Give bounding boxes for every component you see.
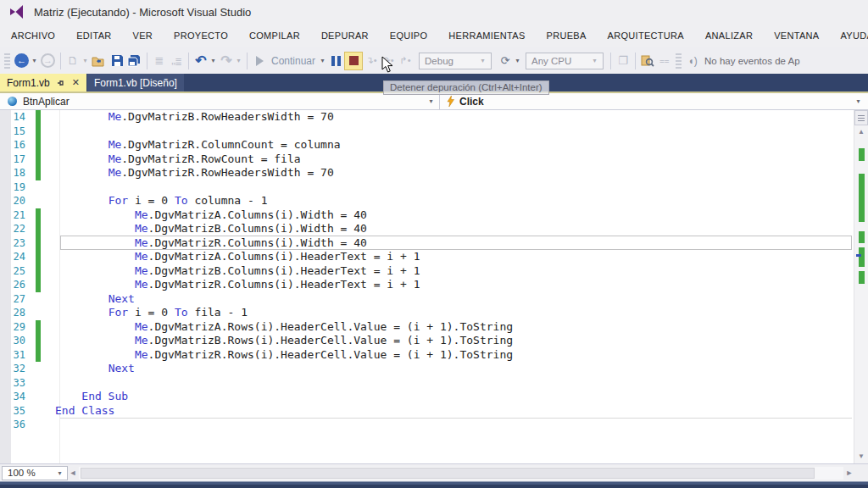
code-line[interactable]: 20 For i = 0 To columna - 1 [0, 194, 854, 208]
save-all-icon[interactable] [125, 51, 143, 71]
code-line[interactable]: 26 Me.DgvMatrizR.Columns(i).HeaderText =… [0, 278, 854, 292]
line-number[interactable]: 33 [0, 377, 36, 389]
open-file-icon[interactable] [90, 51, 108, 71]
line-number[interactable]: 24 [0, 251, 36, 263]
code-line[interactable]: 30 Me.DgvMatrizB.Rows(i).HeaderCell.Valu… [0, 334, 854, 348]
menu-item-prueba[interactable]: PRUEBA [547, 30, 587, 41]
code-line[interactable]: 33 [0, 376, 854, 391]
code-line[interactable]: 24 Me.DgvMatrizA.Columns(i).HeaderText =… [0, 250, 854, 264]
event-combo[interactable]: Click ▾ [440, 93, 868, 109]
code-editor[interactable]: 14 Me.DgvMatrizB.RowHeadersWidth = 70151… [0, 110, 854, 463]
object-combo-caret[interactable]: ▾ [427, 97, 435, 105]
line-number[interactable]: 19 [0, 181, 36, 193]
code-line[interactable]: 36 [0, 418, 854, 432]
menu-item-equipo[interactable]: EQUIPO [390, 30, 428, 41]
line-number[interactable]: 15 [0, 125, 36, 137]
menu-item-herramientas[interactable]: HERRAMIENTAS [448, 30, 525, 41]
code-line[interactable]: 18 Me.DgvMatrizR.RowHeadersWidth = 70 [0, 166, 854, 180]
scroll-right-arrow[interactable]: ► [844, 469, 854, 477]
close-icon[interactable]: ✕ [72, 77, 80, 88]
tab-form1-vb[interactable]: Form1.vb✕ [0, 74, 86, 92]
navigate-back-button[interactable]: ← [13, 51, 31, 71]
step-into-icon[interactable]: ↴• [363, 51, 380, 71]
refresh-button[interactable]: ⟳ [497, 51, 514, 71]
toolbar-grip[interactable] [4, 53, 10, 69]
menu-item-analizar[interactable]: ANALIZAR [705, 30, 753, 41]
line-number[interactable]: 22 [0, 223, 36, 235]
line-number[interactable]: 30 [0, 335, 36, 347]
redo-dropdown[interactable]: ▾ [235, 57, 242, 64]
undo-button[interactable]: ↶ [192, 51, 209, 71]
vertical-scrollbar[interactable]: ▲ ▼ [854, 110, 868, 463]
tab-form1-vb-dise-o-[interactable]: Form1.vb [Diseño] [87, 74, 184, 92]
line-number[interactable]: 36 [0, 419, 36, 430]
menu-item-archivo[interactable]: ARCHIVO [11, 30, 55, 41]
line-number[interactable]: 25 [0, 265, 36, 277]
outdent-icon[interactable]: ≣ [151, 51, 168, 71]
code-line[interactable]: 15 [0, 125, 854, 139]
menu-item-proyecto[interactable]: PROYECTO [174, 30, 228, 41]
pending-changes-icon[interactable]: ⩵ [656, 51, 673, 71]
code-line[interactable]: 22 Me.DgvMatrizB.Columns(i).Width = 40 [0, 222, 854, 236]
line-number[interactable]: 23 [0, 237, 36, 249]
menu-item-depurar[interactable]: DEPURAR [321, 30, 369, 41]
line-number[interactable]: 26 [0, 279, 36, 291]
navigate-forward-button[interactable]: → [39, 51, 57, 71]
code-line[interactable]: 35End Class [0, 404, 854, 419]
scrollbar-splitter[interactable] [854, 110, 868, 125]
platform-combo[interactable]: Any CPU ▾ [526, 53, 604, 69]
continue-play-icon[interactable] [251, 51, 268, 71]
scroll-left-arrow[interactable]: ◄ [68, 469, 78, 477]
continue-dropdown[interactable]: ▾ [319, 57, 326, 64]
line-number[interactable]: 32 [0, 363, 36, 374]
code-line[interactable]: 19 [0, 180, 854, 195]
step-out-icon[interactable]: ↱• [397, 51, 414, 71]
save-icon[interactable] [108, 51, 125, 71]
menu-item-compilar[interactable]: COMPILAR [249, 30, 300, 41]
code-line[interactable]: 28 For i = 0 To fila - 1 [0, 306, 854, 320]
zoom-combo-caret[interactable]: ▾ [56, 469, 64, 477]
menu-item-ver[interactable]: VER [133, 30, 153, 41]
indent-icon[interactable]: ⹂≣ [168, 51, 185, 71]
menu-item-editar[interactable]: EDITAR [76, 30, 111, 41]
new-file-icon[interactable]: 🗋 [64, 51, 81, 71]
line-number[interactable]: 21 [0, 209, 36, 221]
line-number[interactable]: 29 [0, 321, 36, 333]
line-number[interactable]: 31 [0, 349, 36, 361]
find-window-icon[interactable]: ❐ [615, 51, 632, 71]
line-number[interactable]: 34 [0, 391, 36, 402]
code-line[interactable]: 21 Me.DgvMatrizA.Columns(i).Width = 40 [0, 208, 854, 223]
line-number[interactable]: 16 [0, 139, 36, 151]
event-combo-caret[interactable]: ▾ [854, 97, 862, 105]
horizontal-scrollbar-thumb[interactable] [81, 468, 815, 479]
code-line[interactable]: 16 Me.DgvMatrizR.ColumnCount = columna [0, 138, 854, 152]
undo-dropdown[interactable]: ▾ [209, 57, 217, 64]
menu-item-arquitectura[interactable]: ARQUITECTURA [608, 30, 684, 41]
navigate-back-dropdown[interactable]: ▾ [31, 57, 38, 64]
menu-item-ayuda[interactable]: AYUDA [840, 30, 868, 41]
line-number[interactable]: 27 [0, 293, 36, 305]
redo-button[interactable]: ↷ [218, 51, 235, 71]
code-line[interactable]: 29 Me.DgvMatrizA.Rows(i).HeaderCell.Valu… [0, 320, 854, 335]
continue-button[interactable]: Continuar [271, 55, 315, 67]
line-number[interactable]: 35 [0, 405, 36, 417]
debug-target-combo[interactable]: Debug ▾ [419, 53, 492, 69]
code-line[interactable]: 14 Me.DgvMatrizB.RowHeadersWidth = 70 [0, 110, 854, 125]
zoom-combo[interactable]: 100 % ▾ [2, 466, 68, 480]
code-line[interactable]: 34 End Sub [0, 390, 854, 404]
line-number[interactable]: 14 [0, 111, 36, 123]
stop-debugging-button[interactable] [344, 52, 363, 70]
object-combo[interactable]: BtnAplicar ▾ [0, 93, 440, 109]
pin-icon[interactable] [57, 79, 65, 87]
code-line[interactable]: 17 Me.DgvMatrizR.RowCount = fila [0, 152, 854, 167]
solution-explorer-search-icon[interactable] [639, 51, 656, 71]
line-number[interactable]: 18 [0, 167, 36, 179]
toolbar-grip[interactable] [676, 53, 682, 69]
refresh-dropdown[interactable]: ▾ [514, 57, 521, 64]
line-number[interactable]: 28 [0, 307, 36, 319]
scroll-down-arrow[interactable]: ▼ [854, 452, 868, 462]
scroll-up-arrow[interactable]: ▲ [854, 127, 868, 137]
menu-item-ventana[interactable]: VENTANA [774, 30, 819, 41]
code-line[interactable]: 27 Next [0, 292, 854, 307]
line-number[interactable]: 17 [0, 153, 36, 165]
